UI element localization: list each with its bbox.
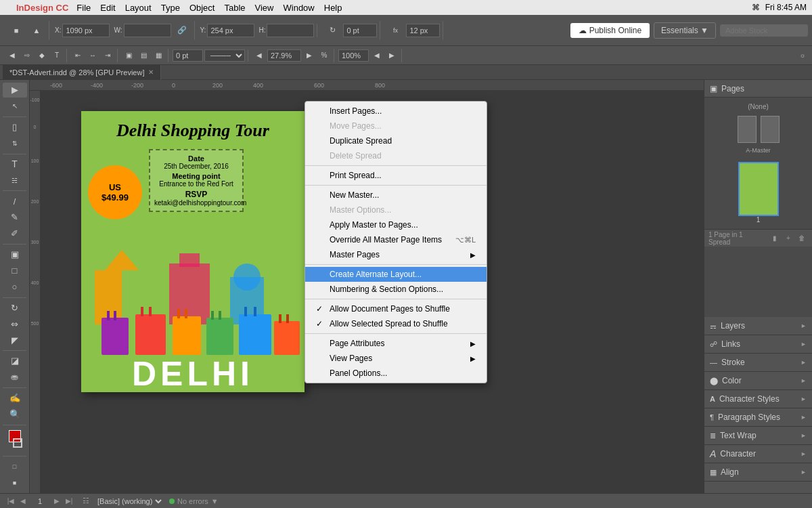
menu-type[interactable]: Type <box>161 3 180 13</box>
dist-btn3[interactable]: ▦ <box>152 49 165 62</box>
menu-item-panel-options[interactable]: Panel Options... <box>305 366 487 381</box>
menu-item-allow-selected-spread-to-shuffle[interactable]: ✓Allow Selected Spread to Shuffle <box>305 316 487 331</box>
para-styles-panel-header[interactable]: ¶ Paragraph Styles ► <box>704 408 812 426</box>
errors-dropdown[interactable]: ▼ <box>211 497 219 505</box>
text-tool[interactable]: T <box>3 156 27 171</box>
text-wrap-panel-header[interactable]: ≣ Text Wrap ► <box>704 427 812 444</box>
char-styles-panel-header[interactable]: A Character Styles ► <box>704 390 812 408</box>
links-panel-header[interactable]: ☍ Links ► <box>704 335 812 353</box>
rotate-btn[interactable]: ↻ <box>323 21 342 40</box>
align-right-btn[interactable]: ⇥ <box>101 49 114 62</box>
document-tab[interactable]: *DST-Advert.indd @ 28% [GPU Preview] ✕ <box>3 65 161 80</box>
menu-item-view-pages[interactable]: View Pages▶ <box>305 351 487 366</box>
page-1-thumb[interactable] <box>738 162 779 216</box>
zoom-out-btn[interactable]: ◀ <box>252 49 266 62</box>
menu-object[interactable]: Object <box>189 3 215 13</box>
menu-window[interactable]: Window <box>284 3 315 13</box>
gap-tool-btn[interactable]: ⇅ <box>3 136 27 151</box>
align-center-btn[interactable]: ↔ <box>86 49 99 62</box>
character-panel-header[interactable]: A Character ► <box>704 445 812 463</box>
percent-input[interactable] <box>338 49 369 62</box>
selection-tool-btn[interactable]: ■ <box>7 21 26 40</box>
menu-layout[interactable]: Layout <box>125 3 152 13</box>
effects-btn[interactable]: fx <box>386 21 405 40</box>
menu-item-apply-master-to-pages[interactable]: Apply Master to Pages... <box>305 217 487 232</box>
menu-item-print-spread[interactable]: Print Spread... <box>305 168 487 183</box>
new-master-btn[interactable]: ▮ <box>769 232 781 245</box>
anchor-btn[interactable]: ◆ <box>35 49 49 62</box>
y-input[interactable] <box>207 24 254 37</box>
prev-btn[interactable]: ◀ <box>370 49 384 62</box>
brightness-btn[interactable]: ☼ <box>796 49 809 62</box>
align-left-btn[interactable]: ⇤ <box>71 49 85 62</box>
next-page-btn[interactable]: ▶ <box>51 496 62 507</box>
new-page-btn[interactable]: + <box>782 232 794 245</box>
pencil-tool[interactable]: ✐ <box>3 226 27 241</box>
essentials-button[interactable]: Essentials ▼ <box>654 22 716 39</box>
dist-btn1[interactable]: ▣ <box>122 49 135 62</box>
master-page-thumb-right[interactable] <box>761 116 780 143</box>
menu-item-duplicate-spread[interactable]: Duplicate Spread <box>305 133 487 148</box>
mode-btn[interactable]: ▲ <box>27 21 46 40</box>
menu-item-override-all-master-page-items[interactable]: Override All Master Page Items⌥⌘L <box>305 232 487 247</box>
eyedropper-tool[interactable]: ⛂ <box>3 370 27 385</box>
line-tool[interactable]: / <box>3 194 27 209</box>
align-panel-header[interactable]: ▦ Align ► <box>704 463 812 481</box>
publish-online-button[interactable]: ☁ Publish Online <box>570 23 650 38</box>
h-input[interactable] <box>267 24 314 37</box>
link-proportions-btn[interactable]: 🔗 <box>173 21 191 40</box>
preview-mode-btn[interactable]: ■ <box>3 475 27 490</box>
menu-item-insert-pages[interactable]: Insert Pages... <box>305 104 487 119</box>
scale-tool[interactable]: ⇔ <box>3 316 27 331</box>
x-input[interactable] <box>62 24 110 37</box>
menu-item-master-pages[interactable]: Master Pages▶ <box>305 247 487 262</box>
zoom-percent-btn[interactable]: % <box>317 49 331 62</box>
menu-item-create-alternate-layout[interactable]: Create Alternate Layout... <box>305 267 487 282</box>
adobe-stock-search[interactable] <box>720 24 808 37</box>
w-input[interactable] <box>124 24 171 37</box>
prev-page-btn[interactable]: ◀ <box>18 496 28 507</box>
gradient-tool[interactable]: ◪ <box>3 354 27 368</box>
menu-view[interactable]: View <box>255 3 274 13</box>
normal-mode-btn[interactable]: □ <box>3 459 27 474</box>
layers-panel-header[interactable]: ⚎ Layers ► <box>704 317 812 335</box>
shear-tool[interactable]: ◤ <box>3 333 27 347</box>
menu-item-numbering-&-section-options[interactable]: Numbering & Section Options... <box>305 282 487 297</box>
stroke-swatch[interactable] <box>13 438 22 448</box>
size-input[interactable] <box>406 24 440 37</box>
next-btn[interactable]: ▶ <box>385 49 399 62</box>
ellipse-tool[interactable]: ○ <box>3 280 27 295</box>
rect-tool[interactable]: □ <box>3 263 27 278</box>
zoom-in-btn[interactable]: ▶ <box>302 49 316 62</box>
direct-select-tool-btn[interactable]: ↖ <box>3 99 27 114</box>
tab-close-btn[interactable]: ✕ <box>148 68 154 76</box>
hand-tool[interactable]: ✍ <box>3 391 27 406</box>
menu-help[interactable]: Help <box>324 3 342 13</box>
rect-frame-tool[interactable]: ▣ <box>3 247 27 262</box>
zoom-input[interactable] <box>267 49 301 62</box>
stroke-panel-header[interactable]: — Stroke ► <box>704 354 812 371</box>
menu-edit[interactable]: Edit <box>100 3 115 13</box>
menu-file[interactable]: File <box>76 3 91 13</box>
last-page-btn[interactable]: ▶| <box>64 496 74 507</box>
master-select[interactable]: [Basic] (working) <box>95 496 164 506</box>
stroke-input[interactable] <box>173 49 203 62</box>
angle-input[interactable] <box>343 24 377 37</box>
menu-item-new-master[interactable]: New Master... <box>305 188 487 203</box>
menu-table[interactable]: Table <box>224 3 245 13</box>
dist-btn2[interactable]: ▤ <box>137 49 150 62</box>
arrow-tool-btn[interactable]: ◀ <box>5 49 19 62</box>
delete-page-btn[interactable]: 🗑 <box>796 232 808 245</box>
menu-item-page-attributes[interactable]: Page Attributes▶ <box>305 336 487 351</box>
zoom-tool[interactable]: 🔍 <box>3 407 27 422</box>
direct-select-btn[interactable]: ⇨ <box>20 49 34 62</box>
pen-tool[interactable]: ✎ <box>3 210 27 225</box>
page-tool-btn[interactable]: ▯ <box>3 120 27 135</box>
page-number-input[interactable] <box>30 497 50 505</box>
master-page-thumb-left[interactable] <box>738 116 757 143</box>
menu-item-allow-document-pages-to-shuffle[interactable]: ✓Allow Document Pages to Shuffle <box>305 301 487 316</box>
color-panel-header[interactable]: ⬤ Color ► <box>704 372 812 389</box>
pages-panel-header[interactable]: ▣ Pages <box>704 80 812 98</box>
text-tool-btn[interactable]: T <box>50 49 64 62</box>
first-page-btn[interactable]: |◀ <box>5 496 16 507</box>
